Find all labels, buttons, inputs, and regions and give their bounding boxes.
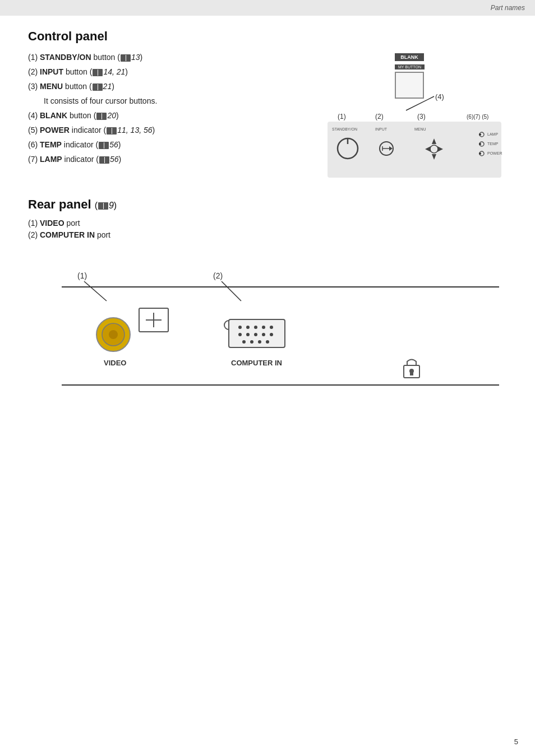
rear-panel-diagram: (1) (2) VIDEO (28, 253, 510, 399)
control-panel-list: (1) STANDBY/ON button (13) (2) INPUT but… (28, 52, 316, 168)
svg-point-57 (250, 340, 253, 344)
svg-point-56 (242, 340, 246, 344)
control-panel-layout: (1) STANDBY/ON button (13) (2) INPUT but… (28, 52, 513, 180)
blank-label: BLANK (395, 53, 424, 61)
svg-point-29 (479, 152, 481, 155)
svg-point-52 (246, 333, 250, 336)
list-item: (2) COMPUTER IN port (28, 230, 513, 239)
svg-point-47 (246, 326, 250, 329)
list-item: (4) BLANK button (20) (28, 110, 316, 122)
my-button-label: MY BUTTON (395, 64, 425, 69)
list-item: (1) VIDEO port (28, 219, 513, 228)
header-bar: Part names (0, 0, 535, 16)
panel-svg: (1) (2) (3) (6)(7) (5) STANDBY/ON INPUT (328, 110, 513, 183)
svg-point-54 (262, 333, 265, 336)
svg-point-46 (238, 326, 242, 329)
book-icon (96, 113, 107, 120)
rear-panel-list: (1) VIDEO port (2) COMPUTER IN port (28, 219, 513, 239)
rear-panel-title: Rear panel (9) (28, 197, 513, 212)
book-icon (99, 142, 109, 149)
list-item: It consists of four cursor buttons. (28, 95, 316, 107)
svg-point-38 (109, 330, 118, 339)
svg-text:(4): (4) (435, 92, 444, 101)
list-item: (3) MENU button (21) (28, 81, 316, 92)
svg-point-49 (262, 326, 265, 329)
svg-point-53 (254, 333, 257, 336)
svg-point-59 (266, 340, 269, 344)
book-icon (98, 202, 108, 210)
control-panel-diagram: BLANK MY BUTTON (4) (1) (328, 52, 513, 180)
book-icon (107, 127, 117, 134)
book-icon (93, 84, 103, 91)
svg-text:INPUT: INPUT (375, 127, 388, 131)
book-icon (93, 69, 103, 76)
svg-text:(1): (1) (77, 271, 87, 280)
svg-point-23 (479, 133, 481, 136)
svg-text:MENU: MENU (414, 127, 426, 131)
svg-point-48 (254, 326, 257, 329)
rear-panel-section: Rear panel (9) (1) VIDEO port (2) COMPUT… (28, 197, 513, 399)
svg-text:COMPUTER IN: COMPUTER IN (231, 359, 282, 367)
list-item: (6) TEMP indicator (56) (28, 139, 316, 151)
blank-button-area: BLANK MY BUTTON (395, 52, 425, 99)
list-item: (2) INPUT button (14, 21) (28, 66, 316, 78)
control-panel-title: Control panel (28, 29, 513, 44)
svg-line-34 (84, 281, 107, 301)
svg-point-50 (270, 326, 273, 329)
main-content: Control panel (1) STANDBY/ON button (13)… (0, 16, 535, 410)
list-item: (5) POWER indicator (11, 13, 56) (28, 124, 316, 136)
svg-text:(2): (2) (213, 271, 223, 280)
book-icon (99, 156, 109, 164)
svg-text:(6)(7) (5): (6)(7) (5) (467, 114, 488, 120)
svg-text:STANDBY/ON: STANDBY/ON (332, 127, 357, 131)
svg-point-55 (270, 333, 273, 336)
svg-text:(3): (3) (417, 113, 426, 120)
svg-line-35 (222, 281, 241, 301)
svg-text:LAMP: LAMP (487, 132, 498, 136)
control-panel-section: Control panel (1) STANDBY/ON button (13)… (28, 29, 513, 180)
svg-text:POWER: POWER (487, 151, 502, 155)
svg-text:TEMP: TEMP (487, 142, 499, 146)
page-number: 5 (514, 738, 518, 746)
svg-text:(2): (2) (375, 113, 384, 120)
svg-point-26 (479, 143, 481, 145)
svg-text:(1): (1) (338, 113, 346, 120)
book-icon (121, 54, 131, 62)
svg-point-58 (258, 340, 261, 344)
list-item: (1) STANDBY/ON button (13) (28, 52, 316, 63)
list-item: (7) LAMP indicator (56) (28, 154, 316, 165)
svg-text:VIDEO: VIDEO (104, 359, 126, 367)
svg-line-0 (406, 96, 434, 110)
svg-rect-63 (410, 372, 413, 375)
rear-panel-svg: (1) (2) VIDEO (28, 253, 510, 399)
header-label: Part names (491, 4, 525, 12)
svg-point-51 (238, 333, 242, 336)
